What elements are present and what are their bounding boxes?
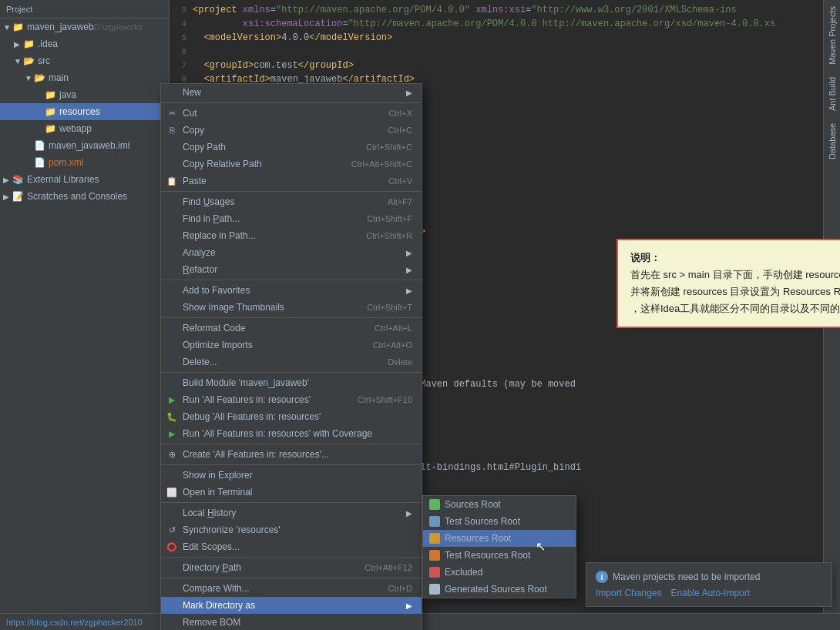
ant-build-tab[interactable]: Ant Build: [825, 71, 840, 117]
tree-item-idea[interactable]: 📁 .idea: [0, 35, 169, 52]
menu-item-scopes-label: Edit Scopes...: [183, 541, 412, 552]
menu-item-open-in-terminal[interactable]: ⬜ Open in Terminal: [161, 484, 422, 501]
submenu-item-test-resources-root[interactable]: Test Resources Root: [423, 547, 576, 564]
menu-item-cut[interactable]: ✂ Cut Ctrl+X: [161, 105, 422, 122]
submenu-item-resources-root[interactable]: Resources Root: [423, 530, 576, 547]
menu-item-optimize-imports[interactable]: Optimize Imports Ctrl+Alt+O: [161, 337, 422, 354]
menu-item-reformat-code[interactable]: Reformat Code Ctrl+Alt+L: [161, 320, 422, 337]
tree-label: src: [38, 55, 50, 66]
menu-item-create-all[interactable]: ⊕ Create 'All Features in: resources'...: [161, 446, 422, 463]
resources-folder-icon: 📁: [45, 106, 56, 117]
status-url[interactable]: https://blog.csdn.net/zgphacker2010: [6, 618, 143, 627]
submenu-item-excluded[interactable]: Excluded: [423, 564, 576, 581]
sidebar-title: Project: [6, 5, 32, 14]
menu-arrow: ▶: [406, 266, 412, 274]
menu-item-compare-with[interactable]: Compare With... Ctrl+D: [161, 580, 422, 597]
menu-separator: [161, 578, 422, 578]
tree-label: maven_javaweb: [27, 22, 94, 32]
database-tab[interactable]: Database: [825, 117, 840, 166]
menu-item-paste[interactable]: 📋 Paste Ctrl+V: [161, 173, 422, 189]
menu-item-find-usages[interactable]: Find Usages Alt+F7: [161, 193, 422, 210]
menu-item-new[interactable]: New ▶: [161, 84, 422, 101]
menu-item-edit-scopes[interactable]: ⭕ Edit Scopes...: [161, 538, 422, 555]
folder-icon: 📁: [23, 39, 35, 49]
menu-item-show-thumbnails-label: Show Image Thumbnails: [183, 302, 351, 313]
menu-item-debug-all[interactable]: 🐛 Debug 'All Features in: resources': [161, 408, 422, 425]
tree-arrow: [14, 57, 23, 65]
menu-item-show-image-thumbnails[interactable]: Show Image Thumbnails Ctrl+Shift+T: [161, 299, 422, 316]
sources-root-label: Sources Root: [445, 499, 501, 510]
menu-item-replace-in-path[interactable]: Replace in Path... Ctrl+Shift+R: [161, 227, 422, 244]
tree-item-scratches[interactable]: 📝 Scratches and Consoles: [0, 188, 169, 205]
maven-projects-tab[interactable]: Maven Projects: [825, 0, 840, 71]
menu-item-copy[interactable]: ⎘ Copy Ctrl+C: [161, 122, 422, 139]
menu-item-refactor[interactable]: Refactor ▶: [161, 261, 422, 278]
maven-notification-text: Maven projects need to be imported: [613, 571, 760, 582]
menu-separator: [161, 280, 422, 280]
submenu-item-sources-root[interactable]: Sources Root: [423, 496, 576, 513]
menu-item-add-to-favorites[interactable]: Add to Favorites ▶: [161, 282, 422, 299]
project-sidebar: Project 📁 maven_javaweb D:\zgp\works 📁 .…: [0, 0, 170, 630]
menu-item-build-module[interactable]: Build Module 'maven_javaweb': [161, 374, 422, 391]
iml-icon: 📄: [34, 140, 45, 151]
menu-separator: [161, 317, 422, 318]
menu-item-copy-label: Copy: [183, 125, 373, 136]
menu-item-delete[interactable]: Delete... Delete: [161, 354, 422, 370]
submenu-item-test-sources-root[interactable]: Test Sources Root: [423, 513, 576, 530]
menu-item-find-in-path[interactable]: Find in Path... Ctrl+Shift+F: [161, 210, 422, 227]
code-line: 4 xsi:schemaLocation="http://maven.apach…: [170, 17, 840, 31]
menu-item-copy-path[interactable]: Copy Path Ctrl+Shift+C: [161, 139, 422, 156]
tree-label: .idea: [38, 39, 58, 49]
resources-root-label: Resources Root: [445, 533, 511, 544]
menu-item-mark-directory[interactable]: Mark Directory as ▶: [161, 597, 422, 614]
tree-item-external-libraries[interactable]: 📚 External Libraries: [0, 171, 169, 188]
menu-item-analyze[interactable]: Analyze ▶: [161, 244, 422, 261]
info-icon: i: [596, 571, 608, 583]
scratches-icon: 📝: [12, 191, 24, 202]
menu-item-local-history[interactable]: Local History ▶: [161, 504, 422, 521]
menu-separator: [161, 464, 422, 465]
menu-item-directory-path[interactable]: Directory Path Ctrl+Alt+F12: [161, 559, 422, 576]
import-changes-link[interactable]: Import Changes: [596, 588, 661, 598]
debug-icon: 🐛: [166, 411, 178, 423]
maven-notification: i Maven projects need to be imported Imp…: [586, 562, 832, 607]
tree-item-webapp[interactable]: 📁 webapp: [0, 120, 169, 137]
tree-arrow: [3, 23, 12, 32]
create-icon: ⊕: [166, 448, 178, 461]
enable-auto-import-link[interactable]: Enable Auto-Import: [670, 588, 750, 598]
test-sources-icon: [429, 516, 440, 527]
tree-item-src[interactable]: 📂 src: [0, 52, 169, 69]
menu-arrow: ▶: [406, 89, 412, 97]
tree-arrow: [14, 40, 23, 49]
external-icon: 📚: [12, 174, 24, 185]
folder-icon: 📁: [12, 22, 24, 32]
tree-item-java[interactable]: 📁 java: [0, 86, 169, 103]
menu-item-cut-label: Cut: [183, 108, 373, 119]
menu-item-remove-bom[interactable]: Remove BOM: [161, 614, 422, 630]
menu-item-copy-relative-path[interactable]: Copy Relative Path Ctrl+Alt+Shift+C: [161, 156, 422, 173]
terminal-icon: ⬜: [166, 486, 178, 498]
code-line: 7 <groupId>com.test</groupId>: [170, 59, 840, 72]
tree-item-pom[interactable]: 📄 pom.xml: [0, 154, 169, 171]
tree-item-iml[interactable]: 📄 maven_javaweb.iml: [0, 137, 169, 154]
menu-separator: [161, 444, 422, 444]
code-line: 6: [170, 45, 840, 59]
menu-item-run-coverage[interactable]: ▶ Run 'All Features in: resources' with …: [161, 425, 422, 442]
menu-item-new-label: New: [183, 87, 406, 98]
submenu-item-generated-sources-root[interactable]: Generated Sources Root: [423, 581, 576, 598]
menu-item-compare-label: Compare With...: [183, 583, 373, 594]
tree-arrow: [3, 176, 12, 184]
menu-item-build-label: Build Module 'maven_javaweb': [183, 377, 412, 388]
tree-label: pom.xml: [49, 157, 83, 168]
tree-item-maven_javaweb[interactable]: 📁 maven_javaweb D:\zgp\works: [0, 18, 169, 35]
menu-item-run-all[interactable]: ▶ Run 'All Features in: resources' Ctrl+…: [161, 391, 422, 408]
menu-item-show-in-explorer[interactable]: Show in Explorer: [161, 467, 422, 484]
menu-item-synchronize[interactable]: ↺ Synchronize 'resources': [161, 521, 422, 538]
tree-item-main[interactable]: 📂 main: [0, 69, 169, 86]
menu-item-sync-label: Synchronize 'resources': [183, 524, 412, 535]
menu-item-debug-label: Debug 'All Features in: resources': [183, 411, 412, 422]
context-menu: New ▶ ✂ Cut Ctrl+X ⎘ Copy Ctrl+C Copy Pa…: [160, 83, 422, 630]
copy-icon: ⎘: [166, 124, 178, 136]
tree-item-resources[interactable]: 📁 resources: [0, 103, 169, 120]
java-folder-icon: 📁: [45, 89, 56, 100]
